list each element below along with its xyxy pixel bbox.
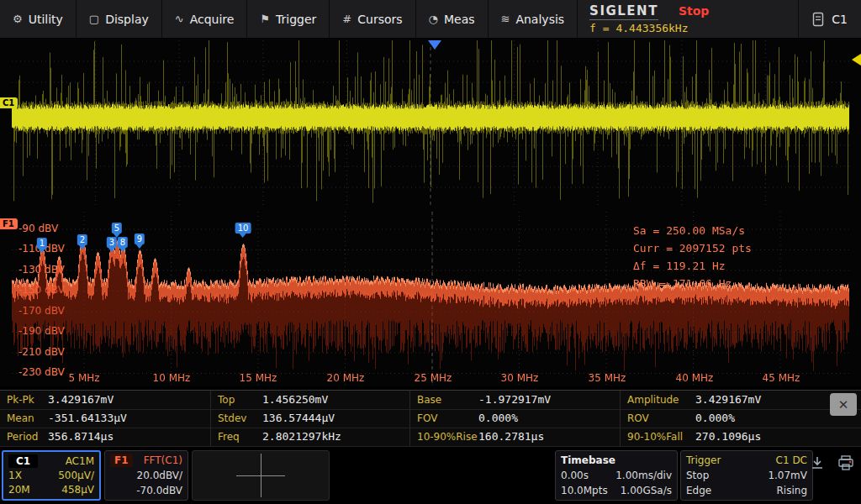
- fft-sample-rate: Sa = 250.00 MSa/s: [633, 222, 752, 239]
- menu-utility-label: Utility: [29, 13, 63, 26]
- channel1-offset: 458µV: [61, 483, 94, 496]
- meas-value: 3.429167mV: [46, 391, 210, 410]
- fft-rbw: RBW = 171.66 Hz: [633, 275, 752, 292]
- channel1-descriptor[interactable]: C1 AC1M 1X 500µV/ 20M 458µV: [2, 450, 101, 501]
- menu-utility[interactable]: ⚙ Utility: [0, 0, 77, 38]
- meas-value: 1.456250mV: [261, 391, 409, 410]
- print-icon[interactable]: [837, 455, 854, 470]
- waveform-icon: ∿: [175, 13, 184, 25]
- trigger-mode: Stop: [686, 469, 709, 482]
- display-icon: ▢: [89, 13, 99, 25]
- trigger-source: C1 DC: [776, 454, 807, 467]
- menu-analysis-label: Analysis: [515, 13, 564, 26]
- fft-peak-marker: 5: [112, 223, 122, 234]
- fft-current-pts: Curr = 2097152 pts: [633, 239, 752, 257]
- timebase-points: 10.0Mpts: [561, 484, 608, 497]
- channel1-scale: 500µV/: [58, 469, 94, 482]
- fft-peak-marker: 9: [135, 234, 145, 244]
- timebase-scale: 1.00ms/div: [615, 469, 672, 482]
- trigger-descriptor[interactable]: Trigger C1 DC Stop 1.07mV Edge Rising: [680, 450, 813, 501]
- channel1-badge[interactable]: C1: [0, 97, 18, 108]
- fft-freq-label: 25 MHz: [406, 372, 460, 384]
- meas-value: 160.2781µs: [477, 428, 620, 447]
- menu-display[interactable]: ▢ Display: [77, 0, 162, 38]
- fft-peak-marker: 8: [118, 237, 128, 248]
- meas-label: Base: [409, 391, 477, 410]
- fft-peak-marker: 3: [107, 237, 117, 248]
- timebase-rate: 1.00GSa/s: [621, 484, 672, 497]
- trigger-position-marker[interactable]: [428, 40, 441, 50]
- fft-peak-marker: 1: [37, 238, 47, 249]
- f1-chip: F1: [110, 454, 133, 467]
- menu-cursors-label: Cursors: [357, 13, 402, 26]
- meas-label: Mean: [0, 409, 46, 428]
- save-to-usb-icon[interactable]: [810, 455, 825, 470]
- meas-label: 10-90%Rise: [409, 428, 477, 447]
- menu-placeholder-panel[interactable]: [192, 450, 330, 501]
- timebase-descriptor[interactable]: Timebase 0.00s 1.00ms/div 10.0Mpts 1.00G…: [555, 450, 678, 501]
- menu-acquire-label: Acquire: [190, 13, 235, 26]
- meas-value: 270.1096µs: [694, 428, 861, 447]
- trigger-type: Edge: [686, 484, 711, 497]
- channel1-chip: C1: [8, 454, 38, 468]
- trigger-slope: Rising: [777, 484, 807, 497]
- fft-peak-marker: 2: [77, 234, 87, 245]
- gear-icon: ⚙: [13, 13, 23, 25]
- crosshair-icon: [236, 454, 285, 497]
- menu-cursors[interactable]: # Cursors: [330, 0, 415, 38]
- meas-value: 136.57444µV: [261, 409, 409, 428]
- meas-label: Freq: [210, 428, 261, 447]
- fft-info-readout: Sa = 250.00 MSa/s Curr = 2097152 pts Δf …: [633, 222, 752, 292]
- active-channel-label[interactable]: C1: [832, 13, 848, 26]
- fft-freq-label: 20 MHz: [319, 372, 372, 384]
- trigger-frequency-readout: f = 4.443356kHz: [589, 22, 737, 34]
- trigger-title: Trigger: [686, 454, 721, 467]
- close-icon: ✕: [838, 397, 849, 412]
- meas-label: Period: [0, 428, 46, 447]
- timebase-title: Timebase: [561, 454, 615, 467]
- analysis-icon: ≋: [501, 13, 510, 25]
- menu-bar: ⚙ Utility ▢ Display ∿ Acquire ⚑ Trigger …: [0, 0, 861, 39]
- meas-label: FOV: [409, 409, 477, 428]
- scope-display: -90 dBV -110 dBV -130 dBV -150 dBV -170 …: [0, 39, 861, 386]
- meas-value: -1.972917mV: [477, 391, 620, 410]
- meas-label: Stdev: [210, 409, 261, 428]
- f1-type: FFT(C1): [144, 454, 182, 467]
- math-f1-badge[interactable]: F1: [0, 218, 18, 229]
- measurement-table: Pk-Pk 3.429167mV Top 1.456250mV Base -1.…: [0, 390, 861, 447]
- fft-delta-f: Δf = 119.21 Hz: [633, 257, 752, 275]
- f1-scale: 20.0dBV/: [137, 469, 182, 482]
- menu-trigger-label: Trigger: [276, 13, 316, 26]
- menu-trigger[interactable]: ⚑ Trigger: [247, 0, 330, 38]
- time-domain-canvas: [12, 40, 849, 208]
- measurement-close-button[interactable]: ✕: [830, 393, 857, 416]
- meas-label: ROV: [620, 409, 694, 428]
- siglent-logo: SIGLENT: [589, 3, 658, 20]
- channel1-probe: 1X: [8, 469, 22, 482]
- meas-label: Amplitude: [620, 391, 694, 410]
- fft-freq-label: 15 MHz: [231, 372, 285, 384]
- menu-analysis[interactable]: ≋ Analysis: [489, 0, 578, 38]
- math-f1-descriptor[interactable]: F1 FFT(C1) 20.0dBV/ -70.0dBV: [104, 450, 188, 501]
- cursor-grid-icon: #: [342, 13, 351, 25]
- menu-meas[interactable]: ◔ Meas: [416, 0, 489, 38]
- brand-block: SIGLENT Stop f = 4.443356kHz: [578, 0, 745, 38]
- oscilloscope-screen: ⚙ Utility ▢ Display ∿ Acquire ⚑ Trigger …: [0, 0, 861, 504]
- meas-label: Pk-Pk: [0, 391, 46, 410]
- meas-label: Top: [210, 391, 261, 410]
- fft-freq-label: 10 MHz: [145, 372, 198, 384]
- acquisition-status[interactable]: Stop: [679, 4, 709, 18]
- device-icon: [812, 12, 824, 27]
- meas-value: -351.64133µV: [46, 409, 210, 428]
- fft-freq-label: 30 MHz: [493, 372, 547, 384]
- status-bar: C1 AC1M 1X 500µV/ 20M 458µV F1 FFT(C1) 2…: [0, 449, 861, 504]
- flag-icon: ⚑: [260, 13, 270, 25]
- fft-peak-marker: 10: [235, 223, 251, 234]
- meas-value: 2.8021297kHz: [261, 428, 409, 447]
- menu-acquire[interactable]: ∿ Acquire: [162, 0, 248, 38]
- meas-label: 90-10%Fall: [620, 428, 694, 447]
- timebase-delay: 0.00s: [561, 469, 589, 482]
- side-icons: [810, 455, 854, 470]
- trigger-level-marker[interactable]: [852, 54, 861, 66]
- menu-meas-label: Meas: [444, 13, 475, 26]
